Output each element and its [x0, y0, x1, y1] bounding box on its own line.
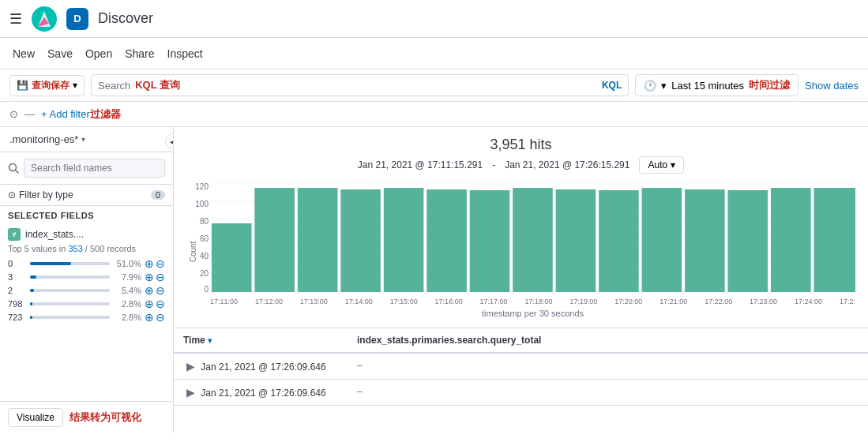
- search-field-names-input[interactable]: [24, 159, 165, 178]
- date-range-separator: -: [492, 159, 495, 170]
- auto-select-button[interactable]: Auto ▾: [639, 156, 684, 174]
- x-label-8: 17:19:00: [569, 298, 597, 305]
- kql-query-text: KQL 查询: [135, 78, 180, 92]
- stat-remove-btn-1[interactable]: ⊖: [156, 272, 165, 283]
- time-col-label: Time: [183, 335, 205, 346]
- svg-rect-32: [728, 190, 768, 292]
- stat-add-btn-1[interactable]: ⊕: [145, 272, 154, 283]
- time-filter-text: 时间过滤: [749, 78, 790, 92]
- filter-bar: ⊙ — + Add filter过滤器: [0, 102, 868, 127]
- svg-text:40: 40: [200, 252, 209, 260]
- x-label-3: 17:14:00: [345, 298, 373, 305]
- x-label-11: 17:22:00: [705, 298, 732, 305]
- kibana-logo: [32, 6, 57, 32]
- visualize-label: 结果转为可视化: [70, 410, 141, 425]
- svg-rect-23: [340, 189, 381, 292]
- svg-text:0: 0: [204, 285, 209, 294]
- field-stats: Top 5 values in 353 / 500 records 0 51.0…: [0, 244, 173, 332]
- expand-row-1-button[interactable]: ▶: [183, 386, 198, 399]
- add-filter-button[interactable]: + Add filter过滤器: [41, 107, 121, 122]
- main-content: 3,951 hits Jan 21, 2021 @ 17:11:15.291 -…: [174, 127, 868, 433]
- stat-add-btn-3[interactable]: ⊕: [145, 298, 154, 309]
- x-label-9: 17:20:00: [614, 298, 642, 305]
- time-picker-button[interactable]: 🕐 ▾ Last 15 minutes 时间过滤: [635, 74, 798, 96]
- stat-row-3: 798 2.8% ⊕⊖: [8, 298, 165, 309]
- svg-rect-34: [814, 188, 855, 292]
- svg-line-4: [16, 170, 19, 174]
- save-query-label: 查询保存: [32, 79, 70, 92]
- expand-cell-1: ▶ Jan 21, 2021 @ 17:26:09.646: [174, 380, 348, 406]
- chart-inner: 17:11:00 17:12:00 17:13:00 17:14:00 17:1…: [210, 183, 855, 318]
- share-button[interactable]: Share: [125, 44, 154, 63]
- save-query-button[interactable]: 💾 查询保存 ▾: [9, 75, 85, 96]
- stat-remove-btn-2[interactable]: ⊖: [156, 285, 165, 296]
- svg-rect-20: [212, 223, 252, 292]
- svg-text:120: 120: [195, 183, 209, 191]
- x-label-10: 17:21:00: [659, 298, 687, 305]
- svg-text:20: 20: [200, 269, 209, 278]
- action-bar: New Save Open Share Inspect: [0, 38, 868, 69]
- x-axis-labels: 17:11:00 17:12:00 17:13:00 17:14:00 17:1…: [210, 296, 855, 307]
- svg-rect-31: [685, 189, 725, 292]
- svg-rect-26: [470, 190, 510, 292]
- stat-remove-btn-0[interactable]: ⊖: [156, 258, 165, 269]
- chart-wrapper: 120 100 80 60 40 20 0 Count: [186, 183, 855, 318]
- svg-rect-29: [599, 190, 639, 292]
- timestamp-1: Jan 21, 2021 @ 17:26:09.646: [201, 388, 325, 399]
- table-row: ▶ Jan 21, 2021 @ 17:26:09.646 –: [174, 353, 868, 380]
- new-button[interactable]: New: [13, 44, 35, 63]
- value-cell-1: –: [348, 380, 868, 406]
- filter-by-type-button[interactable]: ⊙ Filter by type 0: [0, 185, 173, 206]
- stat-row-2: 2 5.4% ⊕⊖: [8, 285, 165, 296]
- time-col-header[interactable]: Time ▾: [174, 328, 348, 353]
- main-layout: ◀ .monitoring-es* ▾ ⊙ Filter by type 0 S…: [0, 127, 868, 433]
- field-type-icon: #: [8, 228, 21, 241]
- filter-type-icon: ⊙: [8, 189, 16, 200]
- search-bar: 💾 查询保存 ▾ Search KQL 查询 KQL 🕐 ▾ Last 15 m…: [0, 69, 868, 102]
- x-label-2: 17:13:00: [300, 298, 328, 305]
- stat-remove-btn-3[interactable]: ⊖: [156, 298, 165, 309]
- kql-badge-button[interactable]: KQL: [602, 80, 622, 91]
- data-col-header: index_stats.primaries.search.query_total: [348, 328, 868, 353]
- filter-edit-icon: ⊙: [9, 108, 18, 120]
- date-range-start: Jan 21, 2021 @ 17:11:15.291: [358, 159, 483, 170]
- app-badge: D: [66, 8, 88, 30]
- chevron-down-icon: ▾: [73, 80, 77, 91]
- stats-top-label: Top 5 values in 353 / 500 records: [8, 244, 165, 253]
- open-button[interactable]: Open: [85, 44, 112, 63]
- stat-add-btn-4[interactable]: ⊕: [145, 312, 154, 323]
- x-label-0: 17:11:00: [210, 298, 238, 305]
- hamburger-icon[interactable]: ☰: [9, 10, 22, 28]
- field-search-container: [0, 152, 173, 185]
- index-pattern-chevron: ▾: [81, 135, 85, 144]
- stat-add-btn-2[interactable]: ⊕: [145, 285, 154, 296]
- svg-text:80: 80: [200, 217, 209, 226]
- expand-row-0-button[interactable]: ▶: [183, 360, 198, 373]
- svg-text:60: 60: [200, 234, 209, 243]
- bar-chart-svg: [210, 183, 855, 294]
- stat-remove-btn-4[interactable]: ⊖: [156, 312, 165, 323]
- index-pattern-name: .monitoring-es*: [9, 133, 78, 145]
- stats-count-link[interactable]: 353: [68, 244, 82, 253]
- auto-label: Auto: [648, 159, 667, 170]
- field-item-index-stats[interactable]: # index_stats....: [0, 225, 173, 244]
- table-area: Time ▾ index_stats.primaries.search.quer…: [174, 328, 868, 433]
- x-label-13: 17:24:00: [795, 298, 822, 305]
- table-row: ▶ Jan 21, 2021 @ 17:26:09.646 –: [174, 380, 868, 406]
- svg-text:100: 100: [195, 200, 209, 208]
- svg-text:Count: Count: [189, 241, 197, 262]
- y-axis: 120 100 80 60 40 20 0 Count: [186, 183, 210, 294]
- inspect-button[interactable]: Inspect: [167, 44, 203, 63]
- filter-by-type-label: Filter by type: [19, 189, 73, 200]
- svg-rect-28: [556, 189, 596, 292]
- app-title: Discover: [98, 10, 153, 27]
- search-input-area[interactable]: Search KQL 查询 KQL: [91, 74, 629, 96]
- save-button[interactable]: Save: [47, 44, 73, 63]
- visualize-button[interactable]: Visualize: [8, 408, 63, 427]
- show-dates-button[interactable]: Show dates: [805, 80, 859, 92]
- index-pattern-selector[interactable]: .monitoring-es* ▾: [0, 127, 173, 152]
- stat-add-btn-0[interactable]: ⊕: [145, 258, 154, 269]
- selected-fields-label: Selected fields: [0, 206, 173, 225]
- clock-icon: 🕐: [644, 80, 656, 92]
- svg-rect-22: [298, 188, 338, 292]
